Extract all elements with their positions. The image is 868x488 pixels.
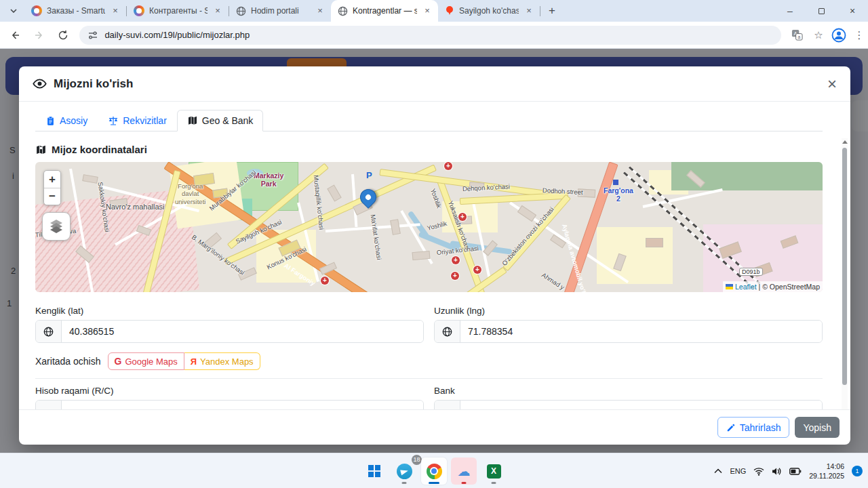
tab-close-icon[interactable]: ×	[315, 5, 326, 16]
ukraine-flag-icon	[726, 284, 733, 289]
map-zoom-control: + −	[43, 170, 61, 205]
map-area	[597, 227, 673, 284]
open-in-map-label: Xaritada ochish	[35, 356, 101, 367]
window-close-button[interactable]: ×	[837, 0, 868, 22]
lng-input-group	[434, 320, 823, 343]
hospital-marker-icon: +	[473, 266, 481, 274]
browser-tab-active[interactable]: Kontragentlar — stacked moda ×	[331, 0, 438, 22]
tray-chevron-icon[interactable]	[714, 468, 722, 474]
battery-icon[interactable]	[789, 468, 802, 475]
hospital-marker-icon: +	[444, 162, 452, 170]
language-indicator[interactable]: ENG	[730, 467, 746, 475]
yandex-ya-icon: Я	[191, 357, 197, 367]
bank-input[interactable]	[460, 401, 822, 409]
modal-close-icon[interactable]: ×	[827, 77, 837, 91]
address-bar[interactable]: daily-suvi.com/19l/public/mijozlar.php	[79, 26, 781, 45]
tab-close-icon[interactable]: ×	[422, 5, 433, 16]
hospital-marker-icon: +	[452, 256, 460, 264]
chevron-down-icon	[10, 9, 17, 13]
parking-icon: P	[366, 170, 372, 180]
tab-close-icon[interactable]: ×	[212, 5, 223, 16]
eye-icon	[33, 77, 47, 91]
map-label: Ahmad y	[540, 271, 566, 291]
system-tray: ENG 14:06 29.11.2025 1	[714, 453, 863, 488]
scroll-up-arrow[interactable]	[842, 138, 848, 145]
map-links-group: G Google Maps Я Yandex Maps	[108, 352, 260, 370]
translate-icon[interactable]: Aa	[788, 26, 806, 44]
pencil-icon	[726, 423, 736, 432]
bank-input-group	[434, 400, 823, 409]
back-button[interactable]	[5, 26, 24, 45]
running-indicator	[402, 482, 407, 484]
map-layers-button[interactable]	[42, 212, 71, 241]
notification-badge[interactable]: 1	[852, 466, 863, 476]
svg-text:a: a	[797, 35, 800, 39]
tab-label: Asosiy	[60, 115, 87, 126]
smartup-logo-icon	[134, 5, 144, 16]
reload-button[interactable]	[54, 26, 73, 45]
browser-tab[interactable]: Hodim portali ×	[229, 0, 331, 22]
scrollbar-thumb[interactable]	[842, 148, 847, 385]
start-button[interactable]	[361, 458, 387, 485]
tab-title: Sayilgoh ko'chasi, 54 — Yandex	[459, 6, 519, 16]
modal-scrollbar[interactable]	[842, 138, 848, 409]
forward-icon	[34, 30, 45, 41]
google-maps-button[interactable]: G Google Maps	[108, 352, 184, 370]
edit-button-label: Tahrirlash	[740, 422, 781, 433]
tab-title: Контрагенты - Smartup	[149, 6, 208, 16]
screen: Заказы - Smartup × Контрагенты - Smartup…	[0, 0, 868, 488]
modal-body: Asosiy Rekvizitlar Geo & Bank Mijoz koor…	[19, 102, 850, 409]
window-minimize-button[interactable]: –	[774, 0, 806, 22]
new-tab-button[interactable]: +	[543, 2, 561, 20]
telegram-badge: 18	[412, 455, 422, 465]
map-label: Ma'rifat ko'chasi	[370, 214, 383, 260]
bookmark-star-icon[interactable]: ☆	[810, 26, 827, 44]
tab-geo-bank[interactable]: Geo & Bank	[177, 110, 264, 131]
window-restore-button[interactable]	[806, 0, 837, 22]
profile-avatar[interactable]	[831, 28, 846, 43]
map-building	[517, 205, 536, 222]
menu-dots-icon[interactable]: ⋮	[850, 26, 868, 44]
forward-button[interactable]	[30, 26, 49, 45]
leaflet-link[interactable]: Leaflet	[735, 283, 757, 291]
excel-app-button[interactable]: X	[481, 458, 507, 485]
map-canvas[interactable]: P + − Leaflet | © OpenStreetMap	[35, 162, 823, 292]
lat-input[interactable]	[62, 321, 423, 342]
globe-icon	[236, 6, 246, 16]
map-label: Markaziy Park	[254, 171, 283, 188]
map-label: Farg'ona 2	[604, 186, 633, 203]
browser-tab[interactable]: Sayilgoh ko'chasi, 54 — Yandex ×	[438, 0, 540, 22]
tray-date: 29.11.2025	[809, 471, 844, 481]
zoom-in-button[interactable]: +	[44, 171, 60, 188]
map-building	[390, 219, 401, 235]
zoom-out-button[interactable]: −	[44, 188, 60, 205]
coordinates-row: Kenglik (lat) Uzunlik (lng)	[35, 292, 823, 343]
open-in-map-row: Xaritada ochish G Google Maps Я Yandex M…	[35, 352, 823, 370]
volume-icon[interactable]	[772, 467, 782, 476]
wifi-icon[interactable]	[753, 467, 764, 476]
account-input[interactable]	[62, 401, 423, 409]
tab-search-button[interactable]	[4, 1, 23, 20]
lng-input[interactable]	[460, 321, 822, 342]
browser-tab[interactable]: Заказы - Smartup ×	[24, 0, 126, 22]
toolbar-icons: Aa ☆ ⋮	[788, 26, 868, 44]
tab-rekvizitlar[interactable]: Rekvizitlar	[98, 110, 177, 131]
bank-addon-icon	[435, 401, 460, 409]
yandex-maps-button[interactable]: Я Yandex Maps	[184, 352, 260, 370]
chrome-app-button[interactable]	[421, 458, 447, 485]
browser-tab[interactable]: Контрагенты - Smartup ×	[127, 0, 229, 22]
map-label: Navro'z mahallasi	[106, 203, 164, 211]
lat-label: Kenglik (lat)	[35, 306, 424, 316]
osm-attribution[interactable]: | © OpenStreetMap	[759, 283, 820, 291]
close-button[interactable]: Yopish	[795, 417, 840, 438]
modal-title: Mijozni ko'rish	[54, 77, 133, 91]
train-station-icon	[613, 180, 618, 185]
telegram-app-button[interactable]: 18	[391, 458, 417, 485]
cloud-app-button[interactable]: ☁	[451, 458, 477, 485]
tab-close-icon[interactable]: ×	[524, 5, 534, 16]
tab-asosiy[interactable]: Asosiy	[35, 110, 98, 131]
edit-button[interactable]: Tahrirlash	[717, 417, 790, 438]
url-text: daily-suvi.com/19l/public/mijozlar.php	[104, 30, 250, 40]
tab-close-icon[interactable]: ×	[110, 5, 121, 16]
clock[interactable]: 14:06 29.11.2025	[809, 462, 844, 481]
